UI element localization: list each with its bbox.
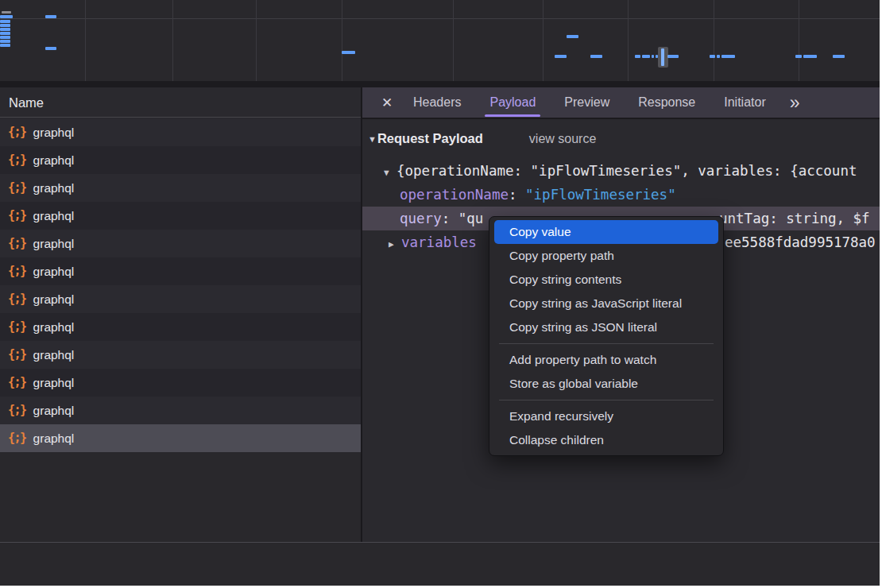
overview-gridline (453, 0, 454, 81)
tab-headers[interactable]: Headers (413, 87, 461, 118)
request-timing-bar (0, 36, 10, 39)
property-value-right: untTag: string, $f (719, 207, 870, 230)
request-row[interactable]: {;}graphql (0, 202, 361, 230)
overview-bottom-divider (0, 81, 880, 87)
more-tabs-icon[interactable]: » (790, 88, 800, 117)
section-title: Request Payload (377, 131, 483, 145)
json-braces-icon: {;} (8, 319, 26, 334)
collapse-arrow-icon[interactable]: ▼ (384, 161, 397, 183)
menu-item-copy-property-path[interactable]: Copy property path (494, 244, 718, 268)
menu-item-copy-value[interactable]: Copy value (494, 220, 718, 244)
property-key: operationName (400, 187, 509, 203)
operation-name-row[interactable]: operationName: "ipFlowTimeseries" (362, 183, 880, 207)
request-timing-bar (717, 55, 720, 58)
property-key: query (400, 211, 442, 226)
request-name-label: graphql (33, 265, 75, 279)
request-timing-bar (45, 15, 56, 18)
json-braces-icon: {;} (8, 236, 26, 250)
property-value: "ipFlowTimeseries" (525, 187, 676, 203)
menu-item-add-property-path-to-watch[interactable]: Add property path to watch (494, 348, 718, 372)
request-timing-bar (0, 44, 10, 47)
menu-separator (499, 400, 714, 400)
expand-arrow-icon[interactable]: ▶ (389, 233, 401, 254)
request-row[interactable]: {;}graphql (0, 230, 361, 257)
request-name-label: graphql (33, 153, 75, 168)
request-name-label: graphql (33, 209, 75, 223)
request-row[interactable]: {;}graphql (0, 257, 361, 285)
request-name-label: graphql (33, 431, 75, 446)
overview-gridline (342, 0, 342, 81)
request-timing-bar (342, 51, 355, 54)
request-timing-bar (803, 55, 817, 58)
menu-item-store-as-global-variable[interactable]: Store as global variable (494, 372, 718, 396)
request-timing-bar (555, 55, 567, 58)
request-row[interactable]: {;}graphql (0, 369, 361, 397)
request-name-label: graphql (33, 320, 75, 335)
network-overview-timeline[interactable] (0, 0, 880, 81)
json-braces-icon: {;} (8, 375, 26, 389)
tab-initiator[interactable]: Initiator (724, 87, 765, 118)
request-timing-bar (667, 55, 679, 58)
request-timing-bar (635, 55, 640, 58)
close-icon[interactable]: ✕ (378, 95, 396, 111)
menu-item-expand-recursively[interactable]: Expand recursively (494, 404, 718, 428)
tab-payload[interactable]: Payload (489, 87, 536, 118)
overview-gridline (85, 0, 86, 81)
json-braces-icon: {;} (8, 292, 26, 306)
request-row[interactable]: {;}graphql (0, 313, 361, 341)
tab-response[interactable]: Response (638, 87, 695, 118)
request-row[interactable]: {;}graphql (0, 174, 361, 202)
detail-tab-bar: ✕ HeadersPayloadPreviewResponseInitiator… (362, 87, 880, 118)
request-timing-bar (642, 55, 650, 58)
menu-item-copy-string-contents[interactable]: Copy string contents (494, 268, 718, 292)
property-value-left: "qu (458, 211, 484, 226)
json-braces-icon: {;} (8, 180, 26, 195)
property-key: variables (401, 234, 477, 250)
overview-gridline (172, 0, 173, 81)
request-name-label: graphql (33, 376, 75, 390)
request-timing-bar (0, 24, 10, 27)
request-payload-header: ▼Request Payloadview source (362, 119, 880, 153)
request-row[interactable]: {;}graphql (0, 118, 361, 146)
request-row[interactable]: {;}graphql (0, 341, 361, 369)
request-timing-bar (0, 40, 10, 43)
request-timing-bar (833, 55, 845, 58)
request-list: {;}graphql{;}graphql{;}graphql{;}graphql… (0, 118, 361, 453)
menu-item-copy-string-as-javascript-literal[interactable]: Copy string as JavaScript literal (494, 292, 718, 315)
overview-gridline (714, 0, 714, 81)
request-name-label: graphql (33, 181, 75, 195)
json-braces-icon: {;} (8, 264, 26, 278)
request-timing-bar (0, 15, 13, 18)
menu-separator (499, 343, 714, 344)
request-row[interactable]: {;}graphql (0, 285, 361, 313)
request-row[interactable]: {;}graphql (0, 146, 361, 174)
json-braces-icon: {;} (8, 347, 26, 362)
overview-gridline (543, 0, 544, 81)
request-timing-bar (567, 35, 578, 38)
request-name-label: graphql (33, 404, 75, 418)
json-braces-icon: {;} (8, 403, 26, 417)
request-timing-bar (45, 47, 56, 50)
property-value-right: ee5588fdad995178a0 (725, 230, 876, 254)
request-timing-bar (721, 55, 735, 58)
request-row[interactable]: {;}graphql (0, 397, 361, 424)
request-timing-bar (590, 55, 602, 58)
tab-preview[interactable]: Preview (564, 87, 609, 118)
request-timing-bar (0, 32, 10, 35)
name-column-header[interactable]: Name (0, 87, 361, 118)
payload-root-row[interactable]: ▼{operationName: "ipFlowTimeseries", var… (362, 159, 880, 183)
context-menu: Copy valueCopy property pathCopy string … (489, 216, 724, 456)
json-braces-icon: {;} (8, 431, 26, 445)
request-timing-bar (0, 20, 10, 23)
menu-item-collapse-children[interactable]: Collapse children (494, 428, 718, 452)
request-name-label: graphql (33, 348, 75, 362)
overview-gridline (256, 0, 257, 81)
devtools-window: Name {;}graphql{;}graphql{;}graphql{;}gr… (0, 0, 880, 586)
view-source-link[interactable]: view source (529, 132, 596, 145)
collapse-arrow-icon[interactable]: ▼ (368, 134, 377, 144)
request-timing-bar (0, 28, 10, 31)
request-row[interactable]: {;}graphql (0, 424, 361, 452)
menu-item-copy-string-as-json-literal[interactable]: Copy string as JSON literal (494, 315, 718, 339)
devtools-network-panel: Name {;}graphql{;}graphql{;}graphql{;}gr… (0, 0, 882, 588)
overview-selection-bar (661, 48, 664, 66)
